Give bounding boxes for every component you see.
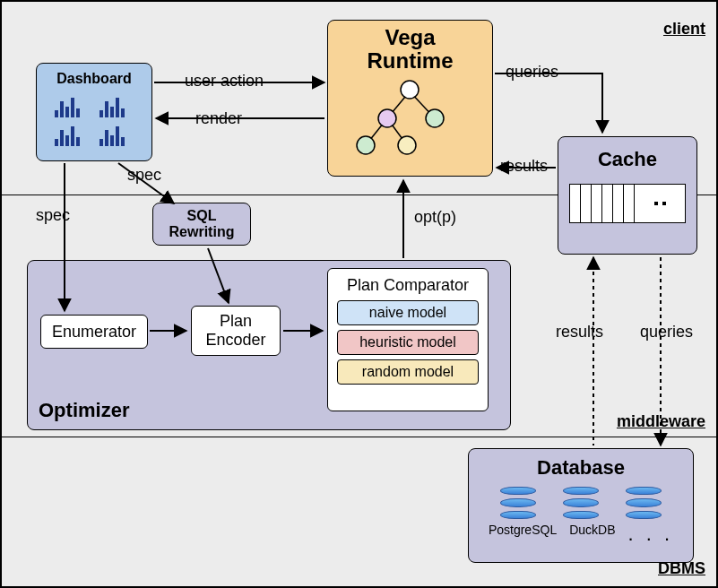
dashboard-charts: [51, 92, 137, 146]
vega-runtime-box: Vega Runtime: [327, 20, 493, 177]
edge-results-2: results: [556, 323, 603, 342]
layer-divider-2: [2, 437, 716, 437]
cache-slots-icon: [569, 184, 686, 223]
database-title: Database: [476, 456, 686, 480]
sql-rewriting-box: SQL Rewriting: [152, 203, 251, 246]
plan-encoder-l1: Plan: [220, 312, 252, 331]
svg-point-5: [378, 109, 396, 127]
mini-chart-icon: [51, 92, 83, 117]
edge-user-action: user action: [185, 72, 264, 91]
plan-encoder-l2: Encoder: [205, 331, 265, 350]
edge-results-1: results: [500, 157, 548, 176]
optimizer-box: Optimizer Enumerator Plan Encoder Plan C…: [27, 260, 511, 430]
cylinder-icon: [563, 487, 599, 519]
database-icons: [476, 487, 686, 519]
db-postgresql: PostgreSQL: [489, 523, 557, 546]
database-labels: PostgreSQL DuckDB . . .: [476, 523, 686, 546]
edge-spec-2: spec: [36, 206, 70, 225]
svg-point-6: [426, 109, 444, 127]
vega-title: Vega Runtime: [333, 26, 487, 74]
sql-rewriting-l2: Rewriting: [153, 224, 250, 240]
plan-comparator-title: Plan Comparator: [335, 276, 480, 295]
architecture-diagram: client middleware DBMS Dashboard Vega Ru…: [0, 0, 718, 588]
cache-title: Cache: [566, 148, 689, 171]
cylinder-icon: [626, 487, 662, 519]
optimizer-title: Optimizer: [39, 399, 129, 422]
cache-box: Cache: [558, 136, 697, 255]
mini-chart-icon: [51, 121, 83, 146]
model-naive: naive model: [337, 300, 479, 325]
model-heuristic: heuristic model: [337, 330, 479, 355]
plan-comparator-box: Plan Comparator naive model heuristic mo…: [327, 268, 489, 411]
database-box: Database PostgreSQL DuckDB . . .: [468, 448, 694, 563]
edge-spec-1: spec: [127, 166, 161, 185]
mini-chart-icon: [96, 92, 128, 117]
db-duckdb: DuckDB: [569, 523, 615, 546]
db-more: . . .: [628, 523, 674, 546]
tree-icon: [333, 77, 487, 158]
enumerator-label: Enumerator: [52, 323, 136, 342]
layer-label-middleware: middleware: [617, 412, 705, 431]
svg-point-7: [357, 136, 375, 154]
svg-point-4: [401, 81, 419, 99]
sql-rewriting-l1: SQL: [153, 208, 250, 224]
edge-optp: opt(p): [414, 208, 456, 227]
model-random: random model: [337, 359, 479, 385]
svg-point-8: [398, 136, 416, 154]
enumerator-box: Enumerator: [40, 315, 148, 349]
vega-title-l2: Runtime: [368, 48, 454, 73]
layer-label-client: client: [663, 20, 705, 39]
dashboard-title: Dashboard: [51, 71, 137, 87]
dashboard-box: Dashboard: [36, 63, 152, 161]
edge-queries-1: queries: [506, 63, 558, 82]
mini-chart-icon: [96, 121, 128, 146]
edge-render: render: [195, 109, 242, 128]
plan-encoder-box: Plan Encoder: [191, 306, 281, 356]
edge-queries-2: queries: [640, 323, 693, 342]
cylinder-icon: [500, 487, 536, 519]
vega-title-l1: Vega: [385, 25, 435, 49]
